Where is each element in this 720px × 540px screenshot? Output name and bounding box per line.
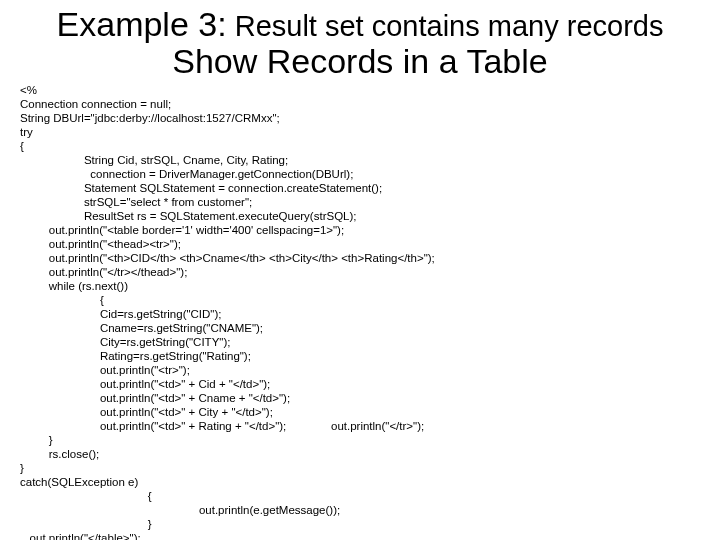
slide: Example 3: Result set contains many reco…	[0, 0, 720, 540]
title-prefix: Example 3:	[57, 5, 227, 43]
code-block: <% Connection connection = null; String …	[20, 83, 700, 540]
title-line-2: Show Records in a Table	[20, 43, 700, 80]
title-line-1: Example 3: Result set contains many reco…	[20, 6, 700, 43]
title-rest: Result set contains many records	[227, 10, 664, 42]
slide-title: Example 3: Result set contains many reco…	[20, 6, 700, 81]
